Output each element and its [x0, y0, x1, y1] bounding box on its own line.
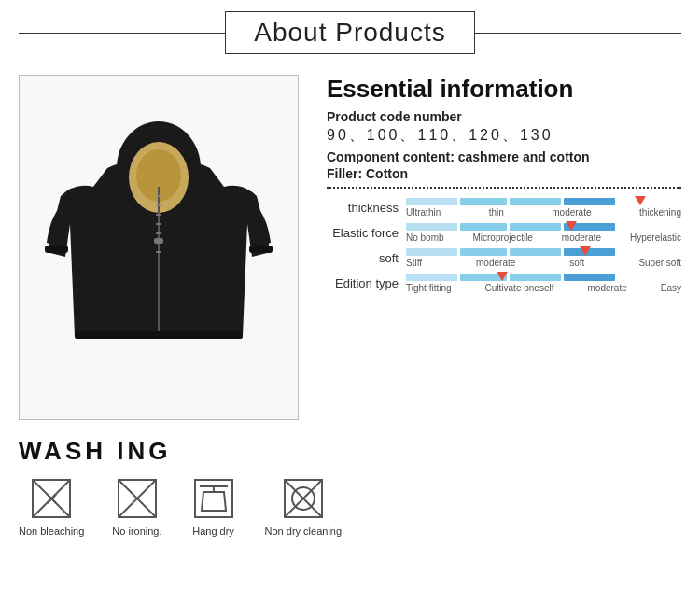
bar-labels: Tight fittingCultivate oneselfmoderateEa…	[406, 283, 681, 293]
bar-marker	[566, 221, 577, 231]
attr-bar-container: Ultrathinthinmoderatethickening	[406, 198, 681, 218]
bar-segment-0	[406, 198, 457, 205]
washing-title: WASH ING	[19, 437, 681, 466]
washing-icons: ✕ Non bleaching No ironing. Hang dry Non…	[19, 475, 681, 537]
svg-rect-11	[154, 238, 163, 244]
attr-row-edition-type: Edition typeTight fittingCultivate onese…	[327, 274, 681, 293]
info-panel: Essential information Product code numbe…	[317, 75, 681, 420]
bar-segment-2	[510, 198, 561, 205]
wash-item-2: Hang dry	[190, 475, 237, 537]
bar-segment-1	[460, 248, 507, 256]
attr-label: soft	[327, 251, 406, 265]
component-content: Component content: cashmere and cotton	[327, 149, 681, 164]
bar-labels: No bombMicroprojectilemoderateHyperelast…	[406, 232, 681, 243]
attr-bar-container: StiffmoderatesoftSuper soft	[406, 248, 681, 268]
bar-marker	[580, 246, 591, 256]
bar-segment-3	[564, 274, 615, 281]
bar-segment-2	[510, 274, 561, 281]
multi-bar	[406, 248, 681, 256]
bar-segment-3	[564, 198, 615, 205]
attribute-rows: thicknessUltrathinthinmoderatethickening…	[327, 198, 681, 293]
filler: Filler: Cotton	[327, 166, 681, 181]
attr-bar-container: No bombMicroprojectilemoderateHyperelast…	[406, 223, 681, 243]
bar-labels: Ultrathinthinmoderatethickening	[406, 207, 681, 218]
bar-marker	[497, 272, 508, 281]
wash-item-3: Non dry cleaning	[265, 475, 343, 537]
attr-row-thickness: thicknessUltrathinthinmoderatethickening	[327, 198, 681, 218]
essential-title: Essential information	[327, 75, 681, 104]
wash-item-1: No ironing.	[112, 475, 161, 537]
wash-label-3: Non dry cleaning	[265, 526, 343, 537]
multi-bar	[406, 274, 681, 281]
multi-bar	[406, 223, 681, 231]
page-header: About Products	[0, 0, 700, 65]
header-title-box: About Products	[225, 11, 474, 54]
page-title: About Products	[254, 18, 445, 47]
wash-label-2: Hang dry	[192, 526, 234, 537]
svg-rect-12	[75, 331, 243, 339]
dots-separator	[327, 187, 681, 189]
svg-rect-14	[249, 246, 273, 253]
product-sizes: 90、100、110、120、130	[327, 126, 681, 146]
main-content: Essential information Product code numbe…	[0, 65, 700, 429]
attr-label: Elastic force	[327, 226, 406, 240]
wash-item-0: ✕ Non bleaching	[19, 475, 84, 537]
bar-segment-2	[510, 248, 561, 256]
bar-segment-0	[406, 223, 457, 231]
attr-label: Edition type	[327, 276, 406, 290]
wash-label-1: No ironing.	[112, 526, 161, 537]
bar-segment-1	[460, 198, 507, 205]
product-image-svg	[37, 93, 280, 401]
attr-label: thickness	[327, 201, 406, 215]
attr-row-elastic-force: Elastic forceNo bombMicroprojectilemoder…	[327, 223, 681, 243]
attr-bar-container: Tight fittingCultivate oneselfmoderateEa…	[406, 274, 681, 293]
svg-rect-13	[45, 246, 68, 253]
product-code-label: Product code number	[327, 109, 681, 124]
bar-labels: StiffmoderatesoftSuper soft	[406, 258, 681, 268]
wash-label-0: Non bleaching	[19, 526, 84, 537]
bar-segment-2	[510, 223, 561, 231]
product-image-box	[19, 75, 299, 420]
attr-row-soft: softStiffmoderatesoftSuper soft	[327, 248, 681, 268]
bar-segment-0	[406, 248, 457, 256]
washing-section: WASH ING ✕ Non bleaching No ironing. Han…	[0, 429, 700, 537]
svg-text:✕: ✕	[45, 490, 59, 509]
bar-marker	[635, 196, 646, 205]
bar-segment-0	[406, 274, 457, 281]
bar-segment-1	[460, 223, 507, 231]
